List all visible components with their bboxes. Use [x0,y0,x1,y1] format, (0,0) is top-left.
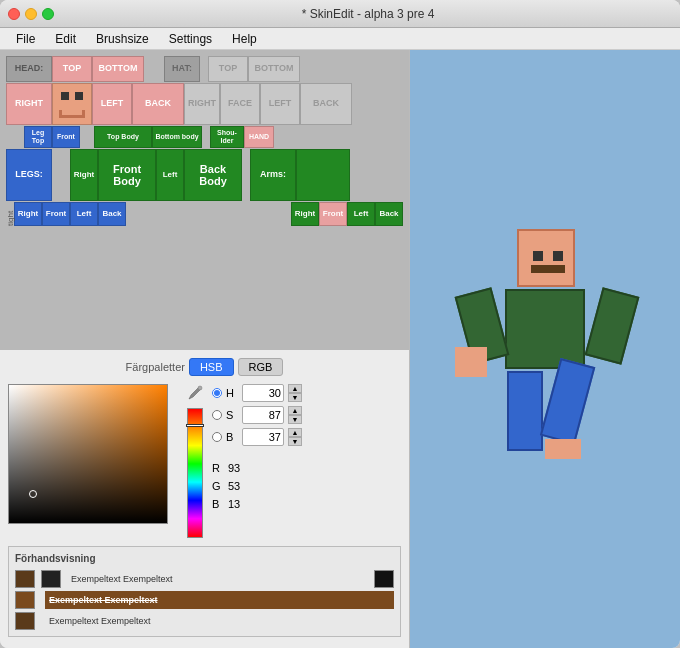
b2-label: B [212,498,224,510]
leg-right[interactable]: Right [14,202,42,226]
hsb-h-row: H ▲ ▼ [212,384,401,402]
b-input[interactable] [242,428,284,446]
minimize-button[interactable] [25,8,37,20]
tab-hsb[interactable]: HSB [189,358,234,376]
swatch-dark-3 [15,612,35,630]
menu-help[interactable]: Help [224,30,265,48]
traffic-lights [8,8,54,20]
hsb-s-row: S ▲ ▼ [212,406,401,424]
tab-rgb[interactable]: RGB [238,358,284,376]
char-eye-right [553,251,563,261]
char-left-leg [507,371,543,451]
radio-s[interactable] [212,410,222,420]
menu-edit[interactable]: Edit [47,30,84,48]
arm-left[interactable]: Left [347,202,375,226]
hue-strip-container [186,384,204,538]
hat-back[interactable]: BACK [300,83,352,125]
head-back[interactable]: BACK [132,83,184,125]
h-stepper[interactable]: ▲ ▼ [288,384,302,402]
menu-file[interactable]: File [8,30,43,48]
tight-label: tight [6,202,14,226]
head-label: HEAD: [6,56,52,82]
color-panel: Färgpaletter HSB RGB [0,350,409,648]
preview-text-3: Exempeltext Exempeltext [45,612,394,630]
char-left-hand [455,347,487,377]
legs-label: LEGS: [6,149,52,201]
s-step-down[interactable]: ▼ [288,415,302,424]
b-step-up[interactable]: ▲ [288,428,302,437]
hand[interactable]: HAND [244,126,274,148]
h-input[interactable] [242,384,284,402]
hat-right[interactable]: RIGHT [184,83,220,125]
preview-row-3: Exempeltext Exempeltext [15,612,394,630]
h-step-down[interactable]: ▼ [288,393,302,402]
arms-label: Arms: [250,149,296,201]
arm-back[interactable]: Back [375,202,403,226]
b-label: B [226,431,238,443]
hat-bottom[interactable]: BOTTOM [248,56,300,82]
color-gradient[interactable] [8,384,168,524]
rgb-r-row: R 93 [212,462,401,474]
arms-right-area[interactable] [296,149,350,201]
tabs-row: Färgpaletter HSB RGB [8,358,401,376]
title-bar: * SkinEdit - alpha 3 pre 4 [0,0,680,28]
close-button[interactable] [8,8,20,20]
swatch-black-1 [41,570,61,588]
maximize-button[interactable] [42,8,54,20]
dropper-icon[interactable] [186,384,204,402]
preview-text-1: Exempeltext Exempeltext [67,570,368,588]
hue-cursor [186,424,204,427]
leg-left[interactable]: Left [70,202,98,226]
body-right[interactable]: Right [70,149,98,201]
s-input[interactable] [242,406,284,424]
menu-bar: File Edit Brushsize Settings Help [0,28,680,50]
hue-strip[interactable] [187,408,203,538]
h-step-up[interactable]: ▲ [288,384,302,393]
char-head [517,229,575,287]
head-top[interactable]: TOP [52,56,92,82]
body-left[interactable]: Left [156,149,184,201]
char-right-foot [545,439,581,459]
top-body[interactable]: Top Body [94,126,152,148]
arm-right[interactable]: Right [291,202,319,226]
head-face[interactable] [52,83,92,125]
b-stepper[interactable]: ▲ ▼ [288,428,302,446]
r-value: 93 [228,462,258,474]
b-step-down[interactable]: ▼ [288,437,302,446]
hsb-b-row: B ▲ ▼ [212,428,401,446]
back-body[interactable]: Back Body [184,149,242,201]
hat-face[interactable]: FACE [220,83,260,125]
hat-top[interactable]: TOP [208,56,248,82]
head-left[interactable]: LEFT [92,83,132,125]
char-face [529,251,567,271]
head-bottom[interactable]: BOTTOM [92,56,144,82]
arm-front[interactable]: Front [319,202,347,226]
s-step-up[interactable]: ▲ [288,406,302,415]
leg-back[interactable]: Back [98,202,126,226]
char-right-leg [540,358,595,445]
swatch-dark-1 [15,570,35,588]
skin-editor: HEAD: TOP BOTTOM HAT: TOP BOTTOM RIGHT [0,50,409,350]
menu-brushsize[interactable]: Brushsize [88,30,157,48]
g-value: 53 [228,480,258,492]
leg-front[interactable]: Front [42,202,70,226]
leg-front-top[interactable]: Front [52,126,80,148]
radio-h[interactable] [212,388,222,398]
main-window: * SkinEdit - alpha 3 pre 4 File Edit Bru… [0,0,680,648]
s-stepper[interactable]: ▲ ▼ [288,406,302,424]
character-preview [445,219,645,479]
color-gradient-area[interactable] [8,384,178,524]
radio-b[interactable] [212,432,222,442]
preview-row-1: Exempeltext Exempeltext [15,570,394,588]
hat-left[interactable]: LEFT [260,83,300,125]
gradient-dark [9,385,167,523]
head-right[interactable]: RIGHT [6,83,52,125]
bottom-body[interactable]: Bottom body [152,126,202,148]
menu-settings[interactable]: Settings [161,30,220,48]
char-torso [505,289,585,369]
r-label: R [212,462,224,474]
leg-top[interactable]: Leg Top [24,126,52,148]
front-body[interactable]: Front Body [98,149,156,201]
g-label: G [212,480,224,492]
shoulder[interactable]: Shou-lder [210,126,244,148]
